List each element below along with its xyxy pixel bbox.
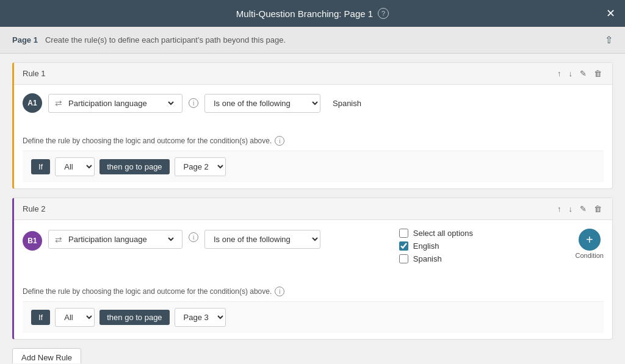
rule1-card: Rule 1 ↑ ↓ ✎ 🗑 A1 ⇄ Participation langua… <box>12 62 613 189</box>
rule2-header: Rule 2 ↑ ↓ ✎ 🗑 <box>14 198 612 220</box>
rule2-spanish-checkbox[interactable] <box>399 254 408 263</box>
rule2-all-select[interactable]: All Any <box>55 308 95 327</box>
rule2-info-icon[interactable]: i <box>189 232 198 242</box>
rule2-checkbox-options: Select all options English Spanish <box>399 229 497 263</box>
rule2-operator-select[interactable]: Is one of the following Is not one of th… <box>204 230 320 249</box>
translate-icon: ⇄ <box>55 98 62 108</box>
close-button[interactable]: ✕ <box>606 7 615 20</box>
rule2-lang-select-wrapper: ⇄ Participation language <box>48 230 182 249</box>
rule2-english-checkbox[interactable] <box>399 241 408 251</box>
rule2-move-down-button[interactable]: ↓ <box>567 203 575 215</box>
rule1-lang-select-wrapper: ⇄ Participation language <box>48 94 182 113</box>
rule2-english-label: English <box>413 241 439 251</box>
rule2-english-item: English <box>399 241 497 251</box>
rule1-edit-button[interactable]: ✎ <box>578 68 588 79</box>
rule1-if-badge: If <box>31 159 50 174</box>
rule2-card: Rule 2 ↑ ↓ ✎ 🗑 B1 ⇄ Participation langua… <box>12 198 613 340</box>
rule1-logic-info: Define the rule by choosing the logic an… <box>23 136 604 146</box>
rule2-add-condition-wrapper: + Condition <box>576 229 604 259</box>
header-title-container: Multi-Question Branching: Page 1 ? <box>236 8 389 19</box>
rule1-page-select[interactable]: Page 2 Page 1 Page 3 Page 4 <box>175 157 226 176</box>
page-badge: Page 1 <box>12 35 38 45</box>
rule1-header: Rule 1 ↑ ↓ ✎ 🗑 <box>14 63 612 85</box>
rule2-move-up-button[interactable]: ↑ <box>555 203 563 215</box>
share-icon[interactable]: ⇧ <box>605 34 613 46</box>
rule2-spanish-label: Spanish <box>413 254 442 263</box>
rule1-operator-select[interactable]: Is one of the following Is not one of th… <box>204 94 320 113</box>
rule1-body: A1 ⇄ Participation language i Is one of … <box>14 85 612 130</box>
translate-icon-2: ⇄ <box>55 235 62 244</box>
rule1-value-display: Spanish <box>327 99 361 108</box>
rule2-logic-info-icon[interactable]: i <box>275 287 284 296</box>
rule2-then-goto-button[interactable]: then go to page <box>99 310 169 325</box>
rule2-title: Rule 2 <box>23 204 46 213</box>
rule2-edit-button[interactable]: ✎ <box>578 203 588 215</box>
rule2-lang-select[interactable]: Participation language <box>66 234 176 244</box>
rule2-condition-row: B1 ⇄ Participation language i Is one of … <box>23 229 604 263</box>
help-icon[interactable]: ? <box>378 8 389 19</box>
rule2-logic-info: Define the rule by choosing the logic an… <box>23 287 604 296</box>
header-title: Multi-Question Branching: Page 1 <box>236 9 373 19</box>
rule2-delete-button[interactable]: 🗑 <box>592 203 604 215</box>
rule1-condition-badge: A1 <box>23 93 42 113</box>
rule2-logic-content: Define the rule by choosing the logic an… <box>14 280 612 339</box>
add-new-rule-button[interactable]: Add New Rule <box>12 348 81 363</box>
rule1-delete-button[interactable]: 🗑 <box>592 68 604 79</box>
rule2-page-select[interactable]: Page 3 Page 1 Page 2 Page 4 <box>175 308 226 327</box>
rule1-lang-select[interactable]: Participation language <box>66 98 176 109</box>
rule1-move-down-button[interactable]: ↓ <box>567 68 575 79</box>
rule1-all-select[interactable]: All Any <box>55 157 95 176</box>
rule1-actions: ↑ ↓ ✎ 🗑 <box>555 68 604 79</box>
sub-header: Page 1 Create the rule(s) to define each… <box>0 27 625 54</box>
rule2-select-all-item: Select all options <box>399 229 497 238</box>
rule2-actions: ↑ ↓ ✎ 🗑 <box>555 203 604 215</box>
rule2-if-badge: If <box>31 310 50 325</box>
rule1-condition-row: A1 ⇄ Participation language i Is one of … <box>23 93 604 113</box>
rule2-add-condition-label: Condition <box>576 252 604 259</box>
rule2-spanish-item: Spanish <box>399 254 497 263</box>
rule2-logic-row: If All Any then go to page Page 3 Page 1… <box>23 301 604 333</box>
rule2-condition-badge: B1 <box>23 231 42 251</box>
rule1-logic-info-icon[interactable]: i <box>275 136 284 146</box>
rule1-title: Rule 1 <box>23 69 46 78</box>
rule1-info-icon[interactable]: i <box>189 98 198 108</box>
rule2-add-condition-button[interactable]: + <box>579 229 601 251</box>
sub-header-left: Page 1 Create the rule(s) to define each… <box>12 35 286 45</box>
main-content: Rule 1 ↑ ↓ ✎ 🗑 A1 ⇄ Participation langua… <box>0 54 625 363</box>
rule2-select-all-label: Select all options <box>413 229 473 238</box>
rule1-logic-row: If All Any then go to page Page 2 Page 1… <box>23 151 604 182</box>
rule1-logic-content: Define the rule by choosing the logic an… <box>14 130 612 188</box>
rule1-then-goto-button[interactable]: then go to page <box>99 159 169 174</box>
rule2-body: B1 ⇄ Participation language i Is one of … <box>14 220 612 280</box>
dialog-header: Multi-Question Branching: Page 1 ? ✕ <box>0 0 625 27</box>
rule1-move-up-button[interactable]: ↑ <box>555 68 563 79</box>
rule2-select-all-checkbox[interactable] <box>399 229 408 238</box>
sub-header-description: Create the rule(s) to define each partic… <box>45 35 286 45</box>
